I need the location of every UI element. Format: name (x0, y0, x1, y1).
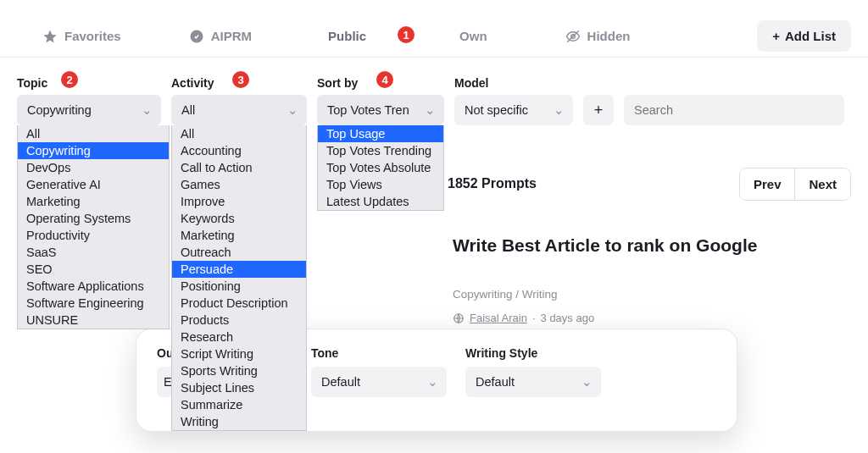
tab-hidden[interactable]: Hidden (565, 20, 631, 52)
verified-icon (189, 29, 204, 44)
activity-value: All (181, 103, 195, 117)
dropdown-item[interactable]: Positioning (172, 278, 306, 295)
dropdown-item[interactable]: Keywords (172, 210, 306, 227)
model-value: Not specific (465, 103, 528, 117)
plus-icon: + (772, 29, 780, 43)
add-filter-button[interactable]: + (583, 95, 614, 125)
dropdown-item[interactable]: SaaS (18, 244, 169, 261)
controls-row: Topic Copywriting ⌄ 2 AllCopywritingDevO… (0, 58, 868, 125)
prev-button[interactable]: Prev (740, 168, 795, 200)
activity-select[interactable]: All ⌄ (171, 95, 307, 125)
topic-label: Topic (17, 76, 161, 90)
dropdown-item[interactable]: Call to Action (172, 159, 306, 176)
sort-dropdown: Top UsageTop Votes TrendingTop Votes Abs… (317, 125, 444, 211)
tab-label: Own (459, 29, 487, 43)
dropdown-item[interactable]: Marketing (172, 227, 306, 244)
dropdown-item[interactable]: Products (172, 312, 306, 329)
sort-select[interactable]: Top Votes Tren ⌄ (317, 95, 444, 125)
tone-value: Default (321, 375, 360, 389)
dropdown-item[interactable]: Top Views (318, 176, 443, 193)
dropdown-item[interactable]: Generative AI (18, 176, 169, 193)
dropdown-item[interactable]: Summarize (172, 396, 306, 413)
dropdown-item[interactable]: Copywriting (18, 142, 169, 159)
prompt-card-meta: Faisal Arain · 3 days ago (453, 312, 594, 324)
dropdown-item[interactable]: Persuade (172, 261, 306, 278)
dropdown-item[interactable]: Software Applications (18, 278, 169, 295)
annotation-2: 2 (59, 69, 80, 90)
dropdown-item[interactable]: Software Engineering (18, 295, 169, 312)
tab-label: Public (328, 29, 366, 43)
dropdown-item[interactable]: Operating Systems (18, 210, 169, 227)
next-button[interactable]: Next (794, 168, 850, 200)
dropdown-item[interactable]: Top Usage (318, 125, 443, 142)
prompt-card-age: 3 days ago (541, 312, 595, 324)
tab-public[interactable]: Public (328, 20, 366, 52)
tone-select[interactable]: Default ⌄ (311, 367, 447, 397)
dropdown-item[interactable]: Marketing (18, 193, 169, 210)
prompt-card-category: Copywriting / Writing (453, 288, 558, 301)
prompt-card-title[interactable]: Write Best Article to rank on Google (453, 234, 792, 257)
style-value: Default (476, 375, 515, 389)
pager: Prev Next (739, 168, 851, 201)
dropdown-item[interactable]: Writing (172, 413, 306, 430)
activity-dropdown: AllAccountingCall to ActionGamesImproveK… (171, 125, 307, 431)
dropdown-item[interactable]: UNSURE (18, 312, 169, 329)
tab-label: Favorites (64, 29, 121, 43)
globe-icon (453, 312, 465, 324)
tab-own[interactable]: Own (459, 20, 487, 52)
dropdown-item[interactable]: Latest Updates (318, 193, 443, 210)
tab-label: AIPRM (211, 29, 252, 43)
plus-icon: + (594, 102, 604, 119)
chevron-down-icon: ⌄ (554, 103, 565, 117)
annotation-4: 4 (375, 69, 395, 90)
eye-off-icon (565, 29, 581, 44)
dropdown-item[interactable]: Outreach (172, 244, 306, 261)
topic-select[interactable]: Copywriting ⌄ (17, 95, 161, 125)
annotation-3: 3 (231, 69, 251, 90)
prompt-count: 1852 Prompts (448, 176, 537, 191)
dropdown-item[interactable]: Productivity (18, 227, 169, 244)
dropdown-item[interactable]: Script Writing (172, 345, 306, 362)
tone-label: Tone (311, 346, 447, 360)
dropdown-item[interactable]: Top Votes Trending (318, 142, 443, 159)
dropdown-item[interactable]: Accounting (172, 142, 306, 159)
dropdown-item[interactable]: SEO (18, 261, 169, 278)
topic-dropdown: AllCopywritingDevOpsGenerative AIMarketi… (17, 125, 170, 329)
dropdown-item[interactable]: Top Votes Absolute (318, 159, 443, 176)
model-label: Model (454, 76, 573, 90)
style-label: Writing Style (465, 346, 601, 360)
separator: · (532, 312, 536, 324)
dropdown-item[interactable]: Research (172, 329, 306, 345)
model-select[interactable]: Not specific ⌄ (454, 95, 573, 125)
dropdown-item[interactable]: Product Description (172, 295, 306, 312)
add-list-label: Add List (785, 29, 836, 43)
star-icon (42, 29, 58, 44)
tab-label: Hidden (587, 29, 631, 43)
annotation-1: 1 (396, 25, 416, 45)
dropdown-item[interactable]: All (18, 125, 169, 142)
chevron-down-icon: ⌄ (425, 103, 436, 117)
search-input[interactable] (624, 95, 844, 125)
style-select[interactable]: Default ⌄ (465, 367, 601, 397)
dropdown-item[interactable]: Sports Writing (172, 362, 306, 379)
tab-bar: Favorites AIPRM Public 1 Own Hidden + Ad (0, 0, 868, 58)
topic-value: Copywriting (27, 103, 92, 117)
chevron-down-icon: ⌄ (142, 103, 153, 117)
dropdown-item[interactable]: DevOps (18, 159, 169, 176)
dropdown-item[interactable]: Improve (172, 193, 306, 210)
chevron-down-icon: ⌄ (287, 103, 298, 117)
dropdown-item[interactable]: Games (172, 176, 306, 193)
tab-favorites[interactable]: Favorites (42, 20, 121, 52)
prompt-card-author[interactable]: Faisal Arain (470, 312, 527, 324)
dropdown-item[interactable]: Subject Lines (172, 379, 306, 396)
tab-aiprm[interactable]: AIPRM (189, 20, 252, 52)
dropdown-item[interactable]: All (172, 125, 306, 142)
sort-value: Top Votes Tren (327, 103, 409, 117)
add-list-button[interactable]: + Add List (757, 20, 851, 52)
chevron-down-icon: ⌄ (581, 375, 593, 389)
chevron-down-icon: ⌄ (427, 375, 438, 389)
